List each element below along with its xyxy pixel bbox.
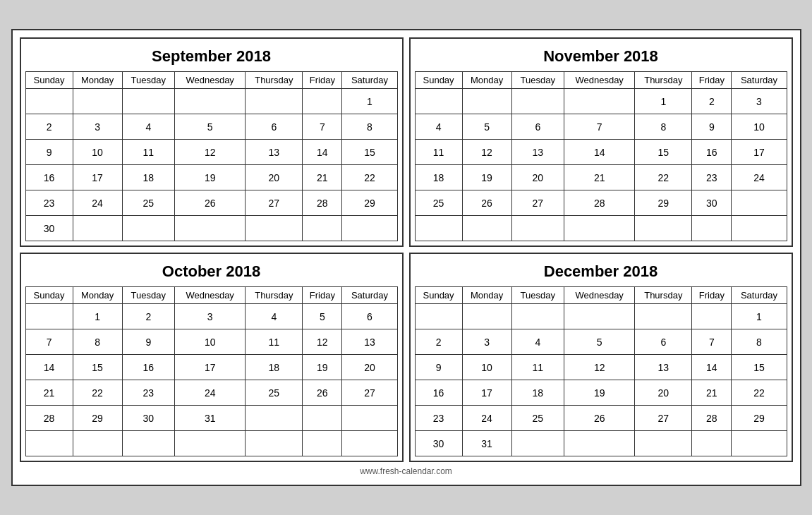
day-cell: 3 (73, 114, 122, 140)
day-cell (122, 431, 174, 456)
day-header-friday: Friday (303, 72, 342, 89)
day-cell (692, 304, 732, 329)
day-cell: 2 (692, 89, 732, 114)
day-cell: 6 (635, 329, 692, 355)
week-row: 23242526272829 (415, 406, 787, 431)
day-cell: 13 (246, 140, 303, 165)
day-cell (511, 304, 564, 329)
day-cell: 4 (246, 304, 303, 329)
day-cell: 16 (122, 355, 174, 380)
day-cell (303, 89, 342, 114)
day-cell: 7 (25, 329, 73, 355)
october-2018: October 2018SundayMondayTuesdayWednesday… (20, 253, 404, 462)
day-cell (246, 216, 303, 241)
day-cell: 29 (342, 190, 397, 216)
day-cell: 4 (511, 329, 564, 355)
day-cell: 8 (73, 329, 122, 355)
day-header-monday: Monday (73, 72, 122, 89)
page: September 2018SundayMondayTuesdayWednesd… (11, 29, 801, 486)
day-cell: 3 (732, 89, 787, 114)
day-cell: 31 (462, 431, 511, 456)
day-cell: 28 (692, 406, 732, 431)
day-cell: 24 (462, 406, 511, 431)
day-cell (342, 216, 397, 241)
day-cell: 29 (635, 190, 692, 216)
week-row: 23242526272829 (25, 190, 397, 216)
week-row: 16171819202122 (415, 380, 787, 406)
day-header-thursday: Thursday (246, 287, 303, 304)
week-row: 2345678 (415, 329, 787, 355)
day-cell (122, 89, 174, 114)
day-cell: 3 (462, 329, 511, 355)
day-cell (73, 431, 122, 456)
day-cell: 27 (246, 190, 303, 216)
day-cell: 25 (246, 380, 303, 406)
day-cell: 15 (732, 355, 787, 380)
day-cell (303, 406, 342, 431)
day-cell: 9 (122, 329, 174, 355)
week-row: 11121314151617 (415, 140, 787, 165)
week-row: 1 (25, 89, 397, 114)
day-cell: 11 (122, 140, 174, 165)
week-row: 1 (415, 304, 787, 329)
day-cell: 21 (564, 165, 634, 190)
september-2018: September 2018SundayMondayTuesdayWednesd… (20, 37, 404, 247)
week-row: 14151617181920 (25, 355, 397, 380)
day-header-tuesday: Tuesday (122, 72, 174, 89)
day-cell: 7 (692, 329, 732, 355)
week-row: 78910111213 (25, 329, 397, 355)
day-header-thursday: Thursday (635, 287, 692, 304)
day-cell (415, 216, 462, 241)
day-cell: 22 (342, 165, 397, 190)
day-cell: 5 (303, 304, 342, 329)
day-cell: 23 (692, 165, 732, 190)
day-cell: 26 (174, 190, 245, 216)
day-cell: 4 (122, 114, 174, 140)
day-cell: 29 (73, 406, 122, 431)
day-cell: 12 (564, 355, 634, 380)
day-cell: 10 (462, 355, 511, 380)
day-header-wednesday: Wednesday (564, 72, 634, 89)
day-cell (174, 216, 245, 241)
november-2018-table: SundayMondayTuesdayWednesdayThursdayFrid… (415, 71, 787, 241)
day-cell: 27 (342, 380, 397, 406)
day-cell (635, 216, 692, 241)
day-cell: 13 (635, 355, 692, 380)
day-header-wednesday: Wednesday (174, 287, 245, 304)
day-cell: 11 (511, 355, 564, 380)
day-cell: 19 (303, 355, 342, 380)
day-cell: 24 (732, 165, 787, 190)
day-cell (564, 89, 634, 114)
week-row: 123 (415, 89, 787, 114)
day-cell (462, 216, 511, 241)
day-cell: 1 (732, 304, 787, 329)
day-cell: 18 (246, 355, 303, 380)
day-cell (564, 216, 634, 241)
day-cell: 13 (342, 329, 397, 355)
october-2018-title: October 2018 (25, 258, 398, 286)
day-cell (246, 89, 303, 114)
day-cell: 25 (415, 190, 462, 216)
day-header-monday: Monday (462, 287, 511, 304)
day-cell: 20 (342, 355, 397, 380)
day-cell: 6 (511, 114, 564, 140)
day-header-friday: Friday (303, 287, 342, 304)
day-cell: 30 (122, 406, 174, 431)
day-cell: 23 (122, 380, 174, 406)
day-cell: 23 (415, 406, 462, 431)
day-cell (692, 216, 732, 241)
day-cell (415, 89, 462, 114)
day-cell: 10 (174, 329, 245, 355)
week-row: 18192021222324 (415, 165, 787, 190)
day-cell: 5 (174, 114, 245, 140)
day-cell (732, 431, 787, 456)
day-cell: 22 (635, 165, 692, 190)
week-row: 9101112131415 (415, 355, 787, 380)
day-cell: 29 (732, 406, 787, 431)
october-2018-table: SundayMondayTuesdayWednesdayThursdayFrid… (25, 286, 398, 456)
day-header-saturday: Saturday (342, 72, 397, 89)
day-cell: 5 (564, 329, 634, 355)
day-cell (635, 304, 692, 329)
day-cell: 30 (692, 190, 732, 216)
day-cell (246, 431, 303, 456)
